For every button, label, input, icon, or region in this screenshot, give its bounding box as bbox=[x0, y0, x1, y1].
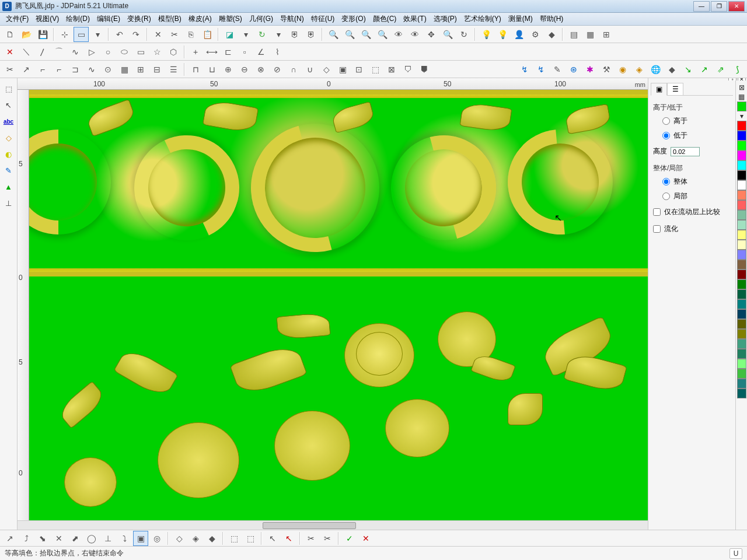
cut-icon[interactable]: ✂ bbox=[167, 27, 182, 42]
color-drop-icon[interactable]: ▾ bbox=[737, 111, 746, 121]
op13-icon[interactable]: ⊠ bbox=[384, 62, 399, 77]
menu-eraser[interactable]: 橡皮(A) bbox=[185, 13, 215, 25]
lt-axis-icon[interactable]: ⊥ bbox=[1, 195, 16, 211]
color-swatch[interactable] bbox=[737, 220, 746, 230]
color-swatch[interactable] bbox=[737, 329, 746, 339]
lt-pen-icon[interactable]: ✎ bbox=[1, 163, 16, 178]
color-swatch[interactable] bbox=[737, 279, 746, 289]
op11-icon[interactable]: ⊡ bbox=[351, 62, 366, 77]
radio-part[interactable]: 局部 bbox=[662, 191, 733, 201]
copy-icon[interactable]: ⎘ bbox=[183, 27, 198, 42]
bt20-icon[interactable]: ✓ bbox=[342, 531, 357, 546]
rt4-icon[interactable]: ⊛ bbox=[566, 62, 581, 77]
menu-geom[interactable]: 几何(G) bbox=[246, 13, 277, 25]
triangle-icon[interactable]: ▷ bbox=[84, 44, 99, 60]
op8-icon[interactable]: ∪ bbox=[302, 62, 317, 77]
menu-edit[interactable]: 编辑(E) bbox=[93, 13, 124, 25]
viewport[interactable]: ↖ bbox=[29, 90, 648, 520]
op12-icon[interactable]: ⬚ bbox=[368, 62, 383, 77]
lt-shape-icon[interactable]: ◇ bbox=[1, 130, 16, 145]
bt6-icon[interactable]: ◯ bbox=[84, 531, 99, 546]
rt5-icon[interactable]: ✱ bbox=[582, 62, 598, 77]
rt13-icon[interactable]: ⇗ bbox=[713, 62, 728, 77]
color-swatch[interactable] bbox=[737, 170, 746, 180]
bt11-icon[interactable]: ◇ bbox=[172, 531, 187, 546]
cube-icon[interactable]: ◪ bbox=[222, 27, 237, 42]
cross-icon[interactable]: + bbox=[188, 44, 203, 60]
shield4-icon[interactable]: ⛊ bbox=[417, 62, 432, 77]
menu-effect[interactable]: 效果(T) bbox=[400, 13, 430, 25]
bt18-icon[interactable]: ✂ bbox=[303, 531, 319, 546]
color-swatch[interactable] bbox=[737, 131, 746, 141]
tab-list[interactable]: ☰ bbox=[667, 83, 683, 96]
bt15-icon[interactable]: ⬚ bbox=[243, 531, 258, 546]
color-swatch[interactable] bbox=[737, 319, 746, 329]
bt9-icon[interactable]: ▣ bbox=[133, 531, 148, 546]
refresh2-icon[interactable]: ↻ bbox=[456, 27, 472, 42]
undo-icon[interactable]: ↶ bbox=[112, 27, 127, 42]
gear-icon[interactable]: ⚙ bbox=[528, 27, 543, 42]
bulb-off-icon[interactable]: 💡 bbox=[495, 27, 510, 42]
grid-icon[interactable]: ▦ bbox=[582, 27, 598, 42]
color-swatch[interactable] bbox=[737, 270, 746, 279]
menu-deform[interactable]: 变形(O) bbox=[338, 13, 369, 25]
spiral-icon[interactable]: ⊙ bbox=[100, 62, 116, 77]
rt12-icon[interactable]: ↗ bbox=[697, 62, 712, 77]
ungroup-icon[interactable]: ⊟ bbox=[149, 62, 165, 77]
bt2-icon[interactable]: ⤴ bbox=[19, 531, 34, 546]
bt4-icon[interactable]: ✕ bbox=[51, 531, 67, 546]
corner-icon[interactable]: ⌐ bbox=[35, 62, 50, 77]
color-swatch[interactable] bbox=[737, 289, 746, 299]
color-grid-icon[interactable]: ▦ bbox=[737, 92, 746, 102]
delete-icon[interactable]: ✕ bbox=[151, 27, 166, 42]
menu-color[interactable]: 颜色(C) bbox=[369, 13, 400, 25]
maximize-button[interactable]: ❐ bbox=[711, 1, 727, 12]
menu-view[interactable]: 视图(V) bbox=[32, 13, 62, 25]
check-liquefy[interactable]: 流化 bbox=[653, 224, 731, 234]
menu-draw[interactable]: 绘制(D) bbox=[62, 13, 93, 25]
measure-icon[interactable]: ⊏ bbox=[221, 44, 236, 60]
bt21-icon[interactable]: ✕ bbox=[358, 531, 374, 546]
shield2-icon[interactable]: ⛨ bbox=[303, 27, 319, 42]
menu-option[interactable]: 选项(P) bbox=[430, 13, 460, 25]
fillet-icon[interactable]: ⌐ bbox=[51, 62, 67, 77]
radio-whole[interactable]: 整体 bbox=[662, 177, 733, 187]
bt5-icon[interactable]: ⬈ bbox=[68, 531, 83, 546]
bt16-icon[interactable]: ↖ bbox=[265, 531, 280, 546]
color-swatch[interactable] bbox=[737, 210, 746, 220]
zoom-out-icon[interactable]: 🔍 bbox=[342, 27, 357, 42]
rt14-icon[interactable]: ⟆ bbox=[729, 62, 745, 77]
lt-text-icon[interactable]: abc bbox=[1, 114, 16, 129]
dropdown-icon[interactable]: ▾ bbox=[90, 27, 105, 42]
op9-icon[interactable]: ◇ bbox=[319, 62, 334, 77]
extend-icon[interactable]: ↗ bbox=[19, 62, 34, 77]
dropdown3-icon[interactable]: ▾ bbox=[271, 27, 286, 42]
color-swatch[interactable] bbox=[737, 102, 746, 111]
wave-icon[interactable]: ∿ bbox=[84, 62, 99, 77]
height-input[interactable] bbox=[671, 147, 700, 156]
circle-icon[interactable]: ○ bbox=[100, 44, 116, 60]
box-icon[interactable]: ▫ bbox=[237, 44, 252, 60]
person-icon[interactable]: 👤 bbox=[511, 27, 526, 42]
rect-icon[interactable]: ▭ bbox=[133, 44, 148, 60]
align-icon[interactable]: ☰ bbox=[166, 62, 181, 77]
menu-transform[interactable]: 变换(R) bbox=[124, 13, 155, 25]
rt10-icon[interactable]: ◆ bbox=[664, 62, 679, 77]
menu-help[interactable]: 帮助(H) bbox=[536, 13, 567, 25]
color-swatch[interactable] bbox=[737, 200, 746, 210]
lt-arrow-icon[interactable]: ↖ bbox=[1, 97, 16, 113]
scrollbar-h[interactable] bbox=[18, 520, 648, 530]
open-icon[interactable]: 📂 bbox=[19, 27, 34, 42]
color-swatch[interactable] bbox=[737, 141, 746, 150]
save-icon[interactable]: 💾 bbox=[35, 27, 50, 42]
color-swatch[interactable] bbox=[737, 309, 746, 319]
bt3-icon[interactable]: ⬊ bbox=[35, 531, 50, 546]
rt9-icon[interactable]: 🌐 bbox=[648, 62, 663, 77]
bt13-icon[interactable]: ◆ bbox=[204, 531, 219, 546]
trim-icon[interactable]: ✂ bbox=[2, 62, 18, 77]
layers-icon[interactable]: ▤ bbox=[566, 27, 581, 42]
polyline-icon[interactable]: 〳 bbox=[35, 44, 50, 60]
freehand-icon[interactable]: ⌇ bbox=[270, 44, 285, 60]
ellipse-icon[interactable]: ⬭ bbox=[117, 44, 132, 60]
zoom-in-icon[interactable]: 🔍 bbox=[326, 27, 341, 42]
